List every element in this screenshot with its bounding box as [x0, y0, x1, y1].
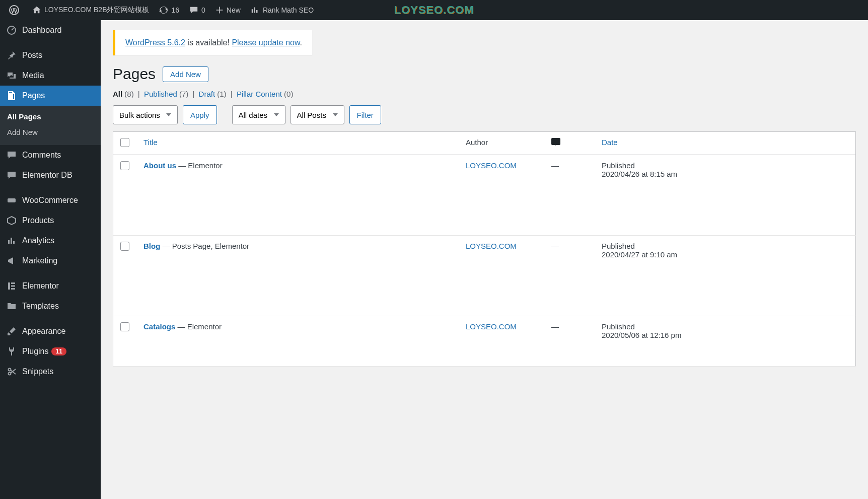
- author-link[interactable]: LOYSEO.COM: [466, 161, 517, 170]
- select-all-checkbox[interactable]: [120, 138, 129, 147]
- sidebar-label: Templates: [22, 302, 59, 311]
- publish-status: Published: [602, 161, 848, 170]
- page-meta: — Elementor: [176, 161, 223, 170]
- sidebar-label: Marketing: [22, 256, 57, 265]
- svg-rect-4: [8, 282, 10, 290]
- author-link[interactable]: LOYSEO.COM: [466, 242, 517, 250]
- plugins-badge: 11: [51, 347, 66, 355]
- publish-date: 2020/05/06 at 12:16 pm: [602, 331, 848, 339]
- page-meta: — Posts Page, Elementor: [160, 242, 249, 250]
- sidebar-media[interactable]: Media: [0, 65, 101, 86]
- publish-status: Published: [602, 242, 848, 250]
- sidebar-dashboard[interactable]: Dashboard: [0, 20, 101, 40]
- updates-count: 16: [171, 6, 179, 14]
- svg-rect-2: [8, 93, 13, 100]
- date-filter-select[interactable]: All dates: [232, 105, 285, 124]
- row-checkbox[interactable]: [120, 161, 129, 170]
- site-title: LOYSEO.COM B2B外贸网站模板: [44, 6, 149, 15]
- sidebar-label: WooCommerce: [22, 196, 78, 205]
- sidebar-products[interactable]: Products: [0, 210, 101, 231]
- plug-icon: [6, 346, 17, 357]
- rank-math-label: Rank Math SEO: [263, 6, 314, 14]
- sidebar-appearance[interactable]: Appearance: [0, 321, 101, 341]
- filter-button[interactable]: Filter: [349, 105, 381, 124]
- publish-date: 2020/04/27 at 9:10 am: [602, 250, 848, 259]
- sidebar-label: Pages: [22, 91, 45, 100]
- update-now-link[interactable]: Please update now: [232, 38, 300, 47]
- sidebar-plugins[interactable]: Plugins 11: [0, 341, 101, 362]
- comment-icon: [189, 6, 198, 15]
- notice-text: is available!: [185, 38, 232, 47]
- comments-count: —: [551, 322, 559, 331]
- comment-icon: [6, 170, 17, 180]
- col-comments[interactable]: [544, 132, 595, 155]
- table-row: About us — Elementor LOYSEO.COM — Publis…: [113, 155, 856, 236]
- sidebar-posts[interactable]: Posts: [0, 45, 101, 65]
- new-label: New: [227, 6, 241, 14]
- svg-rect-7: [11, 288, 15, 290]
- svg-rect-3: [8, 198, 16, 202]
- filter-published[interactable]: Published (7): [144, 90, 188, 98]
- table-row: Catalogs — Elementor LOYSEO.COM — Publis…: [113, 316, 856, 367]
- sidebar-pages[interactable]: Pages: [0, 86, 101, 106]
- col-date[interactable]: Date: [602, 138, 618, 147]
- status-filters: All (8) | Published (7) | Draft (1) | Pi…: [113, 90, 856, 98]
- submenu-add-new[interactable]: Add New: [0, 124, 101, 140]
- col-author: Author: [459, 132, 544, 155]
- scissors-icon: [6, 367, 17, 377]
- sidebar-label: Snippets: [22, 367, 53, 376]
- sidebar-label: Posts: [22, 51, 42, 60]
- sidebar-elementor-db[interactable]: Elementor DB: [0, 165, 101, 185]
- sidebar-label: Appearance: [22, 327, 65, 336]
- elementor-icon: [6, 281, 17, 291]
- box-icon: [6, 216, 17, 226]
- pages-icon: [6, 91, 17, 101]
- site-name-menu[interactable]: LOYSEO.COM B2B外贸网站模板: [27, 0, 154, 20]
- sidebar-label: Products: [22, 216, 54, 225]
- sidebar-analytics[interactable]: Analytics: [0, 231, 101, 251]
- apply-button[interactable]: Apply: [183, 105, 217, 124]
- comments-count: —: [551, 161, 559, 170]
- add-new-button[interactable]: Add New: [163, 66, 208, 82]
- folder-icon: [6, 301, 17, 311]
- sidebar-marketing[interactable]: Marketing: [0, 251, 101, 271]
- dashboard-icon: [6, 25, 17, 35]
- sidebar-templates[interactable]: Templates: [0, 296, 101, 316]
- updates-menu[interactable]: 16: [154, 0, 184, 20]
- publish-status: Published: [602, 322, 848, 331]
- rank-math-menu[interactable]: Rank Math SEO: [246, 0, 319, 20]
- bars-icon: [6, 236, 17, 246]
- brush-icon: [6, 326, 17, 336]
- filter-all[interactable]: All (8): [113, 90, 134, 98]
- bulk-actions-select[interactable]: Bulk actions: [113, 105, 178, 124]
- row-checkbox[interactable]: [120, 322, 129, 331]
- table-row: Blog — Posts Page, Elementor LOYSEO.COM …: [113, 236, 856, 316]
- comments-count: 0: [201, 6, 205, 14]
- page-title-link[interactable]: Catalogs: [143, 322, 175, 331]
- col-title[interactable]: Title: [143, 138, 158, 147]
- page-title-link[interactable]: About us: [143, 161, 176, 170]
- pages-table: Title Author Date About us — Elementor L…: [113, 131, 856, 367]
- page-title-link[interactable]: Blog: [143, 242, 160, 250]
- chart-icon: [251, 6, 260, 15]
- new-content-menu[interactable]: New: [210, 0, 246, 20]
- wp-version-link[interactable]: WordPress 5.6.2: [125, 38, 185, 47]
- comments-menu[interactable]: 0: [184, 0, 210, 20]
- publish-date: 2020/04/26 at 8:15 am: [602, 170, 848, 178]
- sidebar-snippets[interactable]: Snippets: [0, 362, 101, 382]
- media-icon: [6, 70, 17, 81]
- watermark-text: LOYSEO.COM: [394, 4, 474, 17]
- filter-draft[interactable]: Draft (1): [199, 90, 227, 98]
- sidebar-woocommerce[interactable]: WooCommerce: [0, 190, 101, 210]
- sidebar-comments[interactable]: Comments: [0, 145, 101, 165]
- wp-logo-menu[interactable]: [4, 0, 27, 20]
- row-checkbox[interactable]: [120, 242, 129, 251]
- plus-icon: [215, 6, 224, 14]
- svg-point-0: [10, 6, 19, 15]
- filter-pillar[interactable]: Pillar Content (0): [237, 90, 294, 98]
- submenu-all-pages[interactable]: All Pages: [0, 109, 101, 124]
- sidebar-label: Plugins: [22, 347, 48, 356]
- author-link[interactable]: LOYSEO.COM: [466, 322, 517, 331]
- sidebar-elementor[interactable]: Elementor: [0, 276, 101, 296]
- posts-filter-select[interactable]: All Posts: [291, 105, 344, 124]
